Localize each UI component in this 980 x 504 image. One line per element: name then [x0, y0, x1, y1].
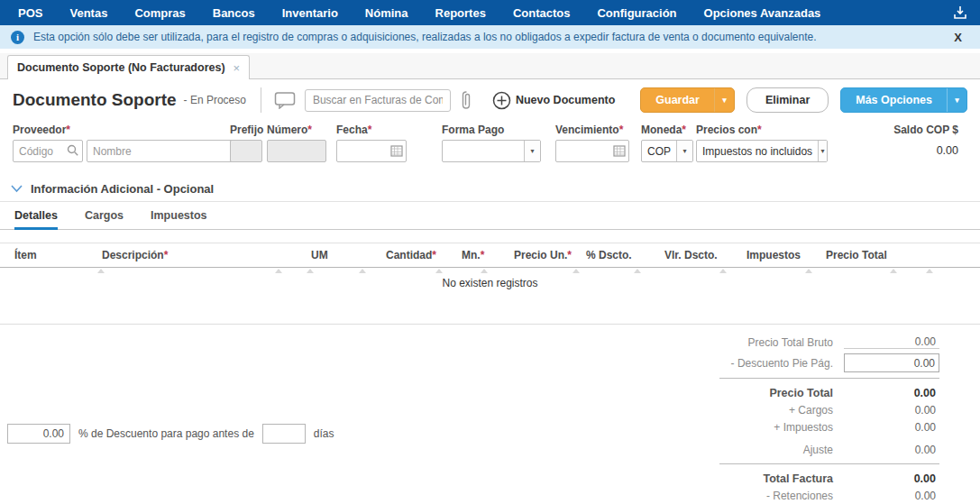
comment-icon[interactable] — [274, 91, 296, 109]
lower-left: % de Descuento para pago antes de días — [0, 334, 667, 504]
total-label: Ajuste — [667, 444, 844, 456]
section-label: Información Adicional - Opcional — [31, 182, 214, 196]
more-options-label: Más Opciones — [841, 94, 947, 106]
search-input[interactable] — [305, 89, 451, 112]
proveedor-nombre-input[interactable] — [87, 140, 234, 162]
tab-impuestos[interactable]: Impuestos — [151, 209, 207, 229]
column-resize-grip[interactable] — [805, 269, 812, 273]
chevron-down-icon[interactable]: ▾ — [524, 141, 540, 161]
save-button[interactable]: Guardar ▾ — [640, 87, 735, 113]
column-resize-grip[interactable] — [481, 269, 488, 273]
col-precio-total[interactable]: Precio Total — [826, 249, 925, 261]
required-marker: * — [164, 249, 169, 261]
total-value: 0.00 — [844, 387, 939, 399]
toolbar-divider — [261, 87, 261, 113]
tab-close-icon[interactable]: × — [234, 61, 241, 75]
col-mn[interactable]: Mn.* — [462, 249, 514, 261]
info-banner-text: Esta opción sólo debe ser utilizada, par… — [33, 31, 938, 43]
download-icon[interactable] — [953, 5, 967, 20]
required-marker: * — [307, 124, 312, 136]
status-text: - En Proceso — [184, 94, 246, 106]
descuento-pie-pag-input[interactable] — [844, 353, 939, 372]
plus-circle-icon — [492, 91, 511, 110]
nav-item-bancos[interactable]: Bancos — [213, 6, 255, 20]
tab-detalles[interactable]: Detalles — [14, 209, 58, 230]
required-marker: * — [567, 249, 572, 261]
precios-con-select[interactable]: Impuestos no incluidos ▾ — [696, 140, 828, 162]
col-descripcion[interactable]: Descripción* — [102, 249, 311, 261]
field-moneda: Moneda* COP ▾ — [641, 124, 693, 162]
discount-percent-input[interactable] — [7, 424, 70, 444]
empty-table-message: No existen registros — [0, 273, 980, 298]
main-navbar: POS Ventas Compras Bancos Inventario Nóm… — [0, 0, 980, 25]
tab-cargos[interactable]: Cargos — [85, 209, 124, 229]
nav-item-configuracion[interactable]: Configuración — [597, 6, 676, 20]
nav-item-pos[interactable]: POS — [18, 6, 42, 20]
total-value: 0.00 — [844, 444, 939, 456]
nav-item-nomina[interactable]: Nómina — [365, 6, 408, 20]
lower-area: % de Descuento para pago antes de días P… — [0, 325, 980, 504]
col-impuestos[interactable]: Impuestos — [746, 249, 826, 261]
forma-pago-select[interactable]: ▾ — [442, 140, 541, 162]
column-resize-grip[interactable] — [97, 269, 105, 273]
nav-item-inventario[interactable]: Inventario — [282, 6, 338, 20]
totals-panel: Precio Total Bruto 0.00 - Descuento Pie … — [667, 334, 939, 504]
total-label: + Impuestos — [667, 421, 844, 434]
tab-documento-soporte[interactable]: Documento Soporte (No Facturadores) × — [7, 55, 250, 79]
save-dropdown-caret-icon[interactable]: ▾ — [714, 88, 734, 112]
numero-input — [267, 140, 326, 162]
required-marker: * — [66, 124, 70, 136]
column-resize-grip[interactable] — [275, 269, 282, 273]
column-resize-grip[interactable] — [926, 269, 933, 273]
col-item[interactable]: Ítem — [14, 249, 102, 261]
column-resize-grip[interactable] — [719, 269, 727, 273]
column-resize-grip[interactable] — [359, 269, 366, 273]
column-resize-grip[interactable] — [890, 269, 897, 273]
total-value: 0.00 — [844, 404, 939, 417]
col-precio-un[interactable]: Precio Un.* — [514, 249, 586, 261]
column-resize-grip[interactable] — [307, 269, 314, 273]
column-resize-grip[interactable] — [435, 269, 443, 273]
required-marker: * — [682, 124, 686, 136]
nav-item-compras[interactable]: Compras — [134, 6, 185, 20]
required-marker: * — [619, 124, 624, 136]
chevron-down-icon[interactable]: ▾ — [676, 141, 692, 161]
tab-title: Documento Soporte (No Facturadores) — [17, 61, 225, 74]
banner-close-button[interactable]: X — [947, 31, 969, 44]
toolbar: Documento Soporte - En Proceso Nuevo Doc… — [0, 79, 980, 122]
early-payment-discount: % de Descuento para pago antes de días — [7, 424, 667, 444]
calendar-icon[interactable] — [390, 144, 403, 157]
column-resize-grip[interactable] — [572, 269, 580, 273]
total-row-impuestos: + Impuestos 0.00 — [667, 418, 939, 435]
nav-item-opciones-avanzadas[interactable]: Opciones Avanzadas — [704, 6, 821, 20]
discount-days-input[interactable] — [262, 424, 306, 444]
calendar-icon[interactable] — [613, 144, 626, 157]
new-document-button[interactable]: Nuevo Documento — [492, 91, 615, 110]
nav-item-ventas[interactable]: Ventas — [69, 6, 107, 20]
section-informacion-adicional[interactable]: Información Adicional - Opcional — [0, 178, 980, 202]
column-grips — [0, 268, 980, 273]
fecha-label: Fecha — [336, 124, 368, 136]
column-resize-grip[interactable] — [634, 269, 641, 273]
total-value: 0.00 — [844, 490, 939, 502]
moneda-select[interactable]: COP ▾ — [641, 140, 693, 162]
more-options-button[interactable]: Más Opciones ▾ — [840, 87, 967, 113]
more-options-caret-icon[interactable]: ▾ — [947, 88, 966, 112]
paperclip-icon[interactable] — [460, 90, 472, 110]
col-pct-dscto[interactable]: % Dscto. — [586, 249, 664, 261]
delete-button[interactable]: Eliminar — [746, 87, 829, 113]
total-label: + Cargos — [667, 404, 844, 417]
days-label: días — [314, 427, 334, 440]
nav-item-contactos[interactable]: Contactos — [513, 6, 571, 20]
nav-item-reportes[interactable]: Reportes — [435, 6, 486, 20]
field-saldo: Saldo COP $ 0.00 — [893, 124, 958, 157]
col-cantidad[interactable]: Cantidad* — [386, 249, 462, 261]
chevron-down-icon[interactable]: ▾ — [818, 141, 827, 161]
field-prefijo: Prefijo — [230, 124, 263, 162]
page-title: Documento Soporte — [13, 90, 177, 110]
total-row-descuento-pie: - Descuento Pie Pág. — [667, 353, 939, 372]
col-vlr-dscto[interactable]: Vlr. Dscto. — [664, 249, 746, 261]
totals-divider — [719, 463, 939, 464]
search-lookup-icon[interactable] — [67, 144, 79, 157]
col-um[interactable]: UM — [311, 249, 386, 261]
